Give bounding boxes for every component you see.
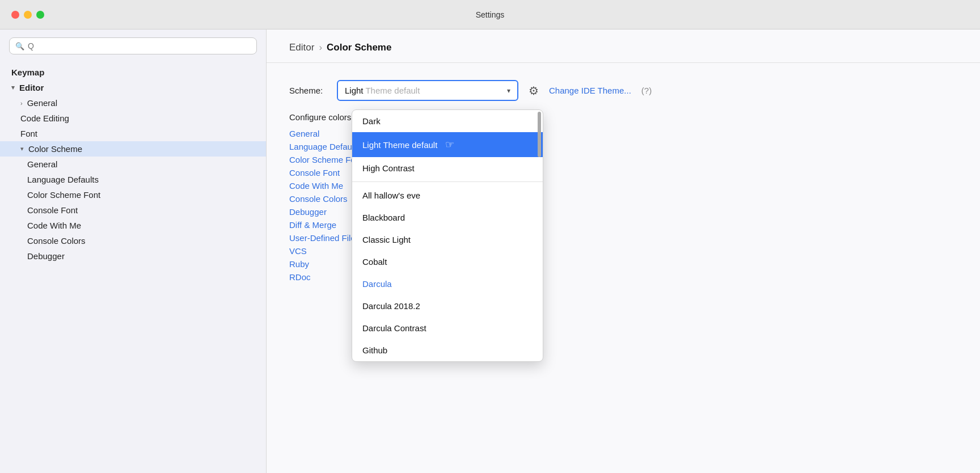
scheme-label: Scheme: bbox=[289, 86, 329, 95]
sidebar-item-language-defaults[interactable]: Language Defaults bbox=[0, 172, 266, 187]
dropdown-cobalt-label: Cobalt bbox=[362, 257, 387, 267]
dropdown-item-light-theme-default[interactable]: Light Theme default ☞ bbox=[352, 132, 543, 157]
debugger-label: Debugger bbox=[27, 251, 65, 261]
scrollbar-track bbox=[538, 112, 541, 360]
breadcrumb-separator: › bbox=[319, 42, 322, 53]
code-editing-label: Code Editing bbox=[20, 113, 69, 123]
window-controls bbox=[11, 11, 44, 19]
color-scheme-chevron-icon: ▾ bbox=[20, 145, 24, 153]
dropdown-item-blackboard[interactable]: Blackboard bbox=[352, 206, 543, 229]
dropdown-list: Dark Light Theme default ☞ High Contrast bbox=[352, 110, 543, 361]
sidebar-item-color-scheme-font[interactable]: Color Scheme Font bbox=[0, 187, 266, 202]
sidebar-item-editor[interactable]: ▾ Editor bbox=[0, 80, 266, 95]
close-button[interactable] bbox=[11, 11, 19, 19]
sidebar-item-code-editing[interactable]: Code Editing bbox=[0, 111, 266, 126]
gear-button[interactable]: ⚙ bbox=[526, 82, 541, 100]
scheme-placeholder-text: Theme default bbox=[365, 86, 420, 95]
dropdown-item-all-hallows-eve[interactable]: All hallow's eve bbox=[352, 184, 543, 206]
breadcrumb-current: Color Scheme bbox=[327, 42, 391, 53]
breadcrumb: Editor › Color Scheme bbox=[289, 42, 957, 53]
code-with-me-label: Code With Me bbox=[27, 221, 81, 230]
general-label: General bbox=[27, 98, 57, 108]
sidebar-item-keymap[interactable]: Keymap bbox=[0, 65, 266, 80]
dropdown-github-label: Github bbox=[362, 345, 387, 355]
sidebar-item-console-colors[interactable]: Console Colors bbox=[0, 233, 266, 248]
window-title: Settings bbox=[476, 10, 505, 19]
sidebar-nav: Keymap ▾ Editor › General Code Editing F… bbox=[0, 62, 266, 473]
dropdown-item-darcula-contrast[interactable]: Darcula Contrast bbox=[352, 317, 543, 339]
dropdown-blackboard-label: Blackboard bbox=[362, 213, 405, 222]
language-defaults-label: Language Defaults bbox=[27, 175, 99, 184]
sidebar-item-general[interactable]: › General bbox=[0, 95, 266, 111]
sidebar-item-cs-general[interactable]: General bbox=[0, 157, 266, 172]
gear-icon: ⚙ bbox=[529, 85, 539, 97]
help-icon: (?) bbox=[641, 86, 652, 95]
title-bar: Settings bbox=[0, 0, 980, 29]
dropdown-item-dark[interactable]: Dark bbox=[352, 110, 543, 132]
cursor-icon: ☞ bbox=[445, 138, 454, 151]
sidebar-item-code-with-me[interactable]: Code With Me bbox=[0, 218, 266, 233]
keymap-label: Keymap bbox=[11, 67, 44, 77]
editor-label: Editor bbox=[19, 83, 44, 92]
dropdown-darcula-2018-label: Darcula 2018.2 bbox=[362, 301, 420, 311]
dropdown-darcula-label: Darcula bbox=[362, 279, 392, 289]
scheme-dropdown[interactable]: Light Theme default ▾ bbox=[337, 80, 518, 101]
dropdown-light-label: Light Theme default bbox=[362, 140, 437, 150]
dropdown-item-darcula[interactable]: Darcula bbox=[352, 273, 543, 295]
editor-chevron-icon: ▾ bbox=[11, 84, 15, 91]
color-scheme-font-label: Color Scheme Font bbox=[27, 190, 100, 200]
dropdown-item-classic-light[interactable]: Classic Light bbox=[352, 229, 543, 251]
sidebar: 🔍 Keymap ▾ Editor › General Code Editing bbox=[0, 29, 267, 473]
dropdown-high-contrast-label: High Contrast bbox=[362, 163, 415, 173]
general-chevron-icon: › bbox=[20, 100, 23, 107]
scheme-dropdown-popup: Dark Light Theme default ☞ High Contrast bbox=[352, 109, 543, 362]
content-body: Scheme: Light Theme default ▾ ⚙ Change I… bbox=[267, 63, 980, 299]
dropdown-item-darcula-2018[interactable]: Darcula 2018.2 bbox=[352, 295, 543, 317]
maximize-button[interactable] bbox=[36, 11, 44, 19]
sidebar-item-color-scheme[interactable]: ▾ Color Scheme bbox=[0, 141, 266, 157]
scheme-selected-text: Light bbox=[345, 86, 364, 95]
content-header: Editor › Color Scheme bbox=[267, 29, 980, 63]
sidebar-item-debugger[interactable]: Debugger bbox=[0, 248, 266, 264]
color-scheme-label: Color Scheme bbox=[28, 144, 82, 154]
main-layout: 🔍 Keymap ▾ Editor › General Code Editing bbox=[0, 29, 980, 473]
sidebar-item-console-font[interactable]: Console Font bbox=[0, 202, 266, 218]
breadcrumb-editor: Editor bbox=[289, 42, 314, 53]
console-font-label: Console Font bbox=[27, 205, 78, 215]
dropdown-item-cobalt[interactable]: Cobalt bbox=[352, 251, 543, 273]
dropdown-classic-light-label: Classic Light bbox=[362, 235, 411, 244]
dropdown-item-high-contrast[interactable]: High Contrast bbox=[352, 157, 543, 179]
dropdown-hallows-label: All hallow's eve bbox=[362, 191, 420, 200]
help-button[interactable]: (?) bbox=[641, 86, 652, 95]
dropdown-arrow-icon: ▾ bbox=[507, 87, 510, 95]
console-colors-label: Console Colors bbox=[27, 236, 86, 246]
cs-general-label: General bbox=[27, 159, 57, 169]
scrollbar-thumb[interactable] bbox=[538, 112, 541, 157]
search-icon: 🔍 bbox=[15, 42, 24, 50]
dropdown-dark-label: Dark bbox=[362, 116, 381, 126]
minimize-button[interactable] bbox=[24, 11, 32, 19]
content-area: Editor › Color Scheme Scheme: Light Them… bbox=[267, 29, 980, 473]
scheme-row: Scheme: Light Theme default ▾ ⚙ Change I… bbox=[289, 80, 957, 101]
dropdown-separator bbox=[352, 181, 543, 182]
sidebar-item-font[interactable]: Font bbox=[0, 126, 266, 141]
search-box[interactable]: 🔍 bbox=[9, 37, 257, 54]
dropdown-darcula-contrast-label: Darcula Contrast bbox=[362, 323, 426, 333]
dropdown-item-github[interactable]: Github bbox=[352, 339, 543, 361]
search-input[interactable] bbox=[28, 41, 251, 50]
change-ide-theme-button[interactable]: Change IDE Theme... bbox=[549, 86, 631, 95]
font-label: Font bbox=[20, 129, 37, 138]
